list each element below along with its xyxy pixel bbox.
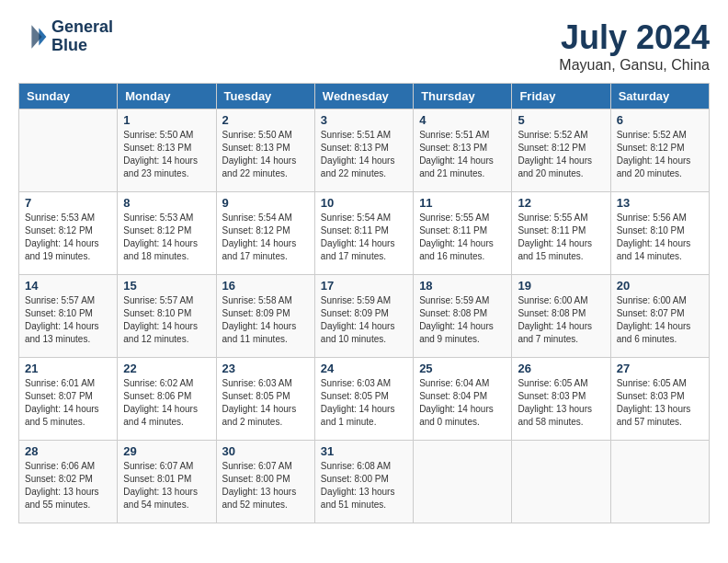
calendar-cell: 25Sunrise: 6:04 AM Sunset: 8:04 PM Dayli…: [414, 358, 512, 441]
day-number: 28: [25, 444, 111, 458]
month-title: July 2024: [559, 18, 710, 57]
day-number: 11: [419, 196, 506, 210]
calendar-cell: 12Sunrise: 5:55 AM Sunset: 8:11 PM Dayli…: [512, 192, 610, 275]
day-info: Sunrise: 6:04 AM Sunset: 8:04 PM Dayligh…: [419, 377, 506, 429]
day-number: 26: [518, 362, 604, 375]
calendar-cell: 26Sunrise: 6:05 AM Sunset: 8:03 PM Dayli…: [512, 358, 610, 441]
day-number: 16: [222, 279, 309, 293]
day-number: 23: [222, 362, 309, 375]
calendar-cell: 16Sunrise: 5:58 AM Sunset: 8:09 PM Dayli…: [216, 275, 314, 358]
day-number: 3: [321, 113, 407, 127]
calendar-week-row: 1Sunrise: 5:50 AM Sunset: 8:13 PM Daylig…: [19, 109, 710, 192]
day-number: 24: [321, 362, 407, 375]
calendar-week-row: 7Sunrise: 5:53 AM Sunset: 8:12 PM Daylig…: [19, 192, 710, 275]
day-number: 13: [617, 196, 703, 210]
day-number: 4: [419, 113, 506, 127]
calendar-cell: 29Sunrise: 6:07 AM Sunset: 8:01 PM Dayli…: [118, 441, 216, 523]
day-number: 15: [123, 279, 210, 293]
day-number: 1: [123, 113, 210, 127]
calendar-cell: 31Sunrise: 6:08 AM Sunset: 8:00 PM Dayli…: [314, 441, 413, 523]
calendar-table: SundayMondayTuesdayWednesdayThursdayFrid…: [18, 83, 710, 523]
calendar-cell: 14Sunrise: 5:57 AM Sunset: 8:10 PM Dayli…: [19, 275, 118, 358]
day-number: 9: [222, 196, 309, 210]
day-info: Sunrise: 5:52 AM Sunset: 8:12 PM Dayligh…: [518, 129, 604, 180]
day-header-thursday: Thursday: [414, 84, 512, 109]
day-number: 25: [419, 362, 506, 375]
day-info: Sunrise: 6:00 AM Sunset: 8:07 PM Dayligh…: [617, 294, 703, 346]
calendar-cell: [414, 441, 512, 523]
day-info: Sunrise: 6:06 AM Sunset: 8:02 PM Dayligh…: [25, 460, 111, 511]
day-header-tuesday: Tuesday: [216, 84, 314, 109]
logo-icon: [18, 22, 48, 52]
day-info: Sunrise: 6:07 AM Sunset: 8:01 PM Dayligh…: [123, 460, 210, 511]
day-info: Sunrise: 6:02 AM Sunset: 8:06 PM Dayligh…: [123, 377, 210, 429]
day-info: Sunrise: 5:51 AM Sunset: 8:13 PM Dayligh…: [321, 129, 407, 180]
page-header: General Blue July 2024 Mayuan, Gansu, Ch…: [18, 18, 710, 74]
calendar-cell: 4Sunrise: 5:51 AM Sunset: 8:13 PM Daylig…: [414, 109, 512, 192]
day-number: 31: [321, 444, 407, 458]
calendar-cell: 10Sunrise: 5:54 AM Sunset: 8:11 PM Dayli…: [314, 192, 413, 275]
day-info: Sunrise: 6:00 AM Sunset: 8:08 PM Dayligh…: [518, 294, 604, 346]
svg-marker-1: [31, 25, 41, 49]
day-number: 10: [321, 196, 407, 210]
day-info: Sunrise: 5:55 AM Sunset: 8:11 PM Dayligh…: [419, 212, 506, 263]
day-info: Sunrise: 6:01 AM Sunset: 8:07 PM Dayligh…: [25, 377, 111, 429]
day-info: Sunrise: 6:05 AM Sunset: 8:03 PM Dayligh…: [617, 377, 703, 429]
day-number: 22: [123, 362, 210, 375]
day-number: 21: [25, 362, 111, 375]
day-info: Sunrise: 5:50 AM Sunset: 8:13 PM Dayligh…: [222, 129, 309, 180]
calendar-header-row: SundayMondayTuesdayWednesdayThursdayFrid…: [19, 84, 710, 109]
day-number: 8: [123, 196, 210, 210]
day-header-sunday: Sunday: [19, 84, 118, 109]
day-info: Sunrise: 5:57 AM Sunset: 8:10 PM Dayligh…: [25, 294, 111, 346]
calendar-cell: 20Sunrise: 6:00 AM Sunset: 8:07 PM Dayli…: [610, 275, 709, 358]
day-info: Sunrise: 6:03 AM Sunset: 8:05 PM Dayligh…: [222, 377, 309, 429]
calendar-cell: 21Sunrise: 6:01 AM Sunset: 8:07 PM Dayli…: [19, 358, 118, 441]
calendar-cell: 22Sunrise: 6:02 AM Sunset: 8:06 PM Dayli…: [118, 358, 216, 441]
day-header-saturday: Saturday: [610, 84, 709, 109]
day-number: 12: [518, 196, 604, 210]
calendar-cell: 3Sunrise: 5:51 AM Sunset: 8:13 PM Daylig…: [314, 109, 413, 192]
day-number: 6: [617, 113, 703, 127]
calendar-cell: 30Sunrise: 6:07 AM Sunset: 8:00 PM Dayli…: [216, 441, 314, 523]
calendar-cell: 5Sunrise: 5:52 AM Sunset: 8:12 PM Daylig…: [512, 109, 610, 192]
location-subtitle: Mayuan, Gansu, China: [559, 57, 710, 74]
calendar-cell: 13Sunrise: 5:56 AM Sunset: 8:10 PM Dayli…: [610, 192, 709, 275]
day-info: Sunrise: 5:54 AM Sunset: 8:11 PM Dayligh…: [321, 212, 407, 263]
day-number: 27: [617, 362, 703, 375]
day-info: Sunrise: 5:57 AM Sunset: 8:10 PM Dayligh…: [123, 294, 210, 346]
day-number: 7: [25, 196, 111, 210]
calendar-cell: 2Sunrise: 5:50 AM Sunset: 8:13 PM Daylig…: [216, 109, 314, 192]
day-info: Sunrise: 5:51 AM Sunset: 8:13 PM Dayligh…: [419, 129, 506, 180]
day-number: 18: [419, 279, 506, 293]
calendar-cell: 6Sunrise: 5:52 AM Sunset: 8:12 PM Daylig…: [610, 109, 709, 192]
calendar-cell: [19, 109, 118, 192]
calendar-cell: 9Sunrise: 5:54 AM Sunset: 8:12 PM Daylig…: [216, 192, 314, 275]
calendar-cell: 19Sunrise: 6:00 AM Sunset: 8:08 PM Dayli…: [512, 275, 610, 358]
day-info: Sunrise: 5:53 AM Sunset: 8:12 PM Dayligh…: [25, 212, 111, 263]
day-number: 17: [321, 279, 407, 293]
day-info: Sunrise: 6:07 AM Sunset: 8:00 PM Dayligh…: [222, 460, 309, 511]
calendar-cell: 28Sunrise: 6:06 AM Sunset: 8:02 PM Dayli…: [19, 441, 118, 523]
day-number: 5: [518, 113, 604, 127]
calendar-cell: 17Sunrise: 5:59 AM Sunset: 8:09 PM Dayli…: [314, 275, 413, 358]
day-number: 20: [617, 279, 703, 293]
logo-text: General Blue: [51, 18, 113, 55]
calendar-cell: 8Sunrise: 5:53 AM Sunset: 8:12 PM Daylig…: [118, 192, 216, 275]
calendar-cell: 24Sunrise: 6:03 AM Sunset: 8:05 PM Dayli…: [314, 358, 413, 441]
calendar-cell: 27Sunrise: 6:05 AM Sunset: 8:03 PM Dayli…: [610, 358, 709, 441]
day-header-friday: Friday: [512, 84, 610, 109]
day-info: Sunrise: 5:59 AM Sunset: 8:08 PM Dayligh…: [419, 294, 506, 346]
day-number: 14: [25, 279, 111, 293]
day-info: Sunrise: 5:50 AM Sunset: 8:13 PM Dayligh…: [123, 129, 210, 180]
day-header-wednesday: Wednesday: [314, 84, 413, 109]
day-header-monday: Monday: [118, 84, 216, 109]
calendar-week-row: 14Sunrise: 5:57 AM Sunset: 8:10 PM Dayli…: [19, 275, 710, 358]
calendar-cell: 23Sunrise: 6:03 AM Sunset: 8:05 PM Dayli…: [216, 358, 314, 441]
day-info: Sunrise: 5:58 AM Sunset: 8:09 PM Dayligh…: [222, 294, 309, 346]
calendar-cell: [512, 441, 610, 523]
day-number: 29: [123, 444, 210, 458]
calendar-cell: 7Sunrise: 5:53 AM Sunset: 8:12 PM Daylig…: [19, 192, 118, 275]
calendar-cell: 1Sunrise: 5:50 AM Sunset: 8:13 PM Daylig…: [118, 109, 216, 192]
logo: General Blue: [18, 18, 113, 55]
